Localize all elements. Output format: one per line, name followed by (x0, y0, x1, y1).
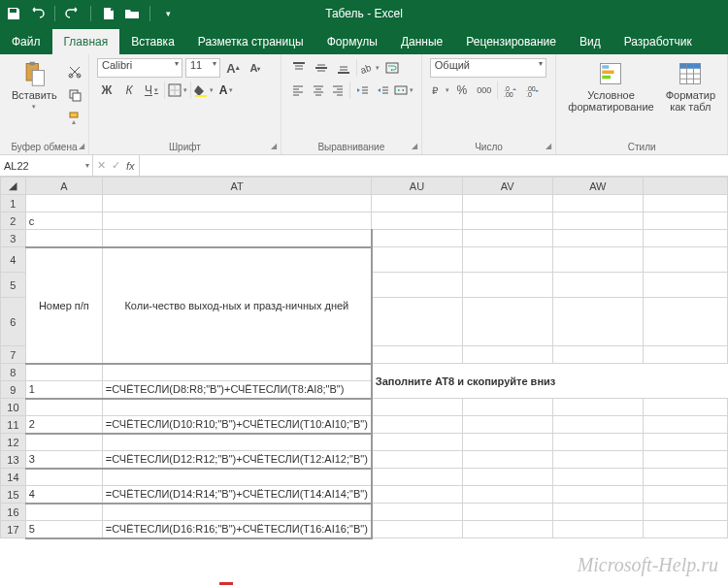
tab-review[interactable]: Рецензирование (454, 29, 568, 54)
formula-bar[interactable] (140, 155, 728, 176)
decrease-indent-icon[interactable] (353, 81, 371, 100)
cell[interactable]: 4 (25, 486, 102, 504)
decrease-font-icon[interactable]: A▾ (246, 58, 265, 78)
format-painter-icon[interactable] (65, 109, 84, 128)
cell[interactable]: =СЧЁТЕСЛИ(D16:R16;"В")+СЧЁТЕСЛИ(T16:AI16… (102, 521, 371, 538)
launcher-icon[interactable]: ◢ (79, 142, 84, 150)
enter-formula-icon[interactable]: ✓ (112, 159, 120, 172)
font-color-icon[interactable]: A (216, 81, 236, 100)
col-header-AW[interactable]: AW (552, 178, 643, 195)
underline-button[interactable]: Ч (142, 81, 161, 100)
cell[interactable]: 5 (25, 521, 102, 538)
row-header[interactable]: 5 (1, 273, 26, 298)
cell[interactable]: 1 (25, 381, 102, 399)
col-header-AT[interactable]: AT (102, 178, 371, 195)
row-header[interactable]: 10 (1, 399, 26, 416)
percent-icon[interactable]: % (452, 81, 472, 100)
increase-indent-icon[interactable] (374, 81, 391, 100)
tab-view[interactable]: Вид (568, 29, 612, 54)
font-name-select[interactable]: Calibri (97, 58, 182, 78)
format-as-table-button[interactable]: Форматир как табл (662, 58, 719, 114)
row-header[interactable]: 3 (1, 230, 26, 247)
tab-formulas[interactable]: Формулы (315, 29, 389, 54)
row-header[interactable]: 1 (1, 195, 26, 212)
row-header[interactable]: 15 (1, 486, 26, 504)
launcher-icon[interactable]: ◢ (546, 142, 551, 150)
align-middle-icon[interactable] (312, 58, 331, 78)
redo-icon[interactable] (65, 6, 81, 21)
svg-rect-7 (70, 113, 78, 117)
paste-button[interactable]: Вставить ▾ (8, 58, 61, 113)
cell[interactable]: =СЧЁТЕСЛИ(D12:R12;"В")+СЧЁТЕСЛИ(T12:AI12… (102, 451, 371, 469)
increase-decimal-icon[interactable]: .0.00 (501, 81, 520, 100)
bold-button[interactable]: Ж (97, 81, 116, 100)
row-header[interactable]: 17 (1, 521, 26, 538)
cancel-formula-icon[interactable]: ✕ (97, 159, 106, 172)
italic-button[interactable]: К (119, 81, 139, 100)
row-header[interactable]: 7 (1, 346, 26, 364)
cell[interactable]: =СЧЁТЕСЛИ(D8:R8;"В")+СЧЁТЕСЛИ(T8:AI8;"В"… (102, 381, 371, 399)
tab-file[interactable]: Файл (0, 29, 52, 54)
window-title: Табель - Excel (325, 7, 403, 20)
col-header-AU[interactable]: AU (372, 178, 462, 195)
cell[interactable]: 3 (25, 451, 102, 469)
group-number-label: Число◢ (430, 140, 548, 152)
launcher-icon[interactable]: ◢ (412, 142, 417, 150)
row-header[interactable]: 4 (1, 247, 26, 273)
row-header[interactable]: 14 (1, 469, 26, 486)
cell[interactable]: =СЧЁТЕСЛИ(D10:R10;"В")+СЧЁТЕСЛИ(T10:AI10… (102, 416, 371, 434)
svg-rect-52 (680, 64, 701, 69)
row-header[interactable]: 12 (1, 434, 26, 451)
borders-icon[interactable] (168, 81, 187, 100)
align-center-icon[interactable] (310, 81, 327, 100)
col-header-next[interactable] (643, 178, 727, 195)
tab-home[interactable]: Главная (52, 29, 120, 54)
decrease-decimal-icon[interactable]: .00.0 (523, 81, 543, 100)
open-icon[interactable] (124, 6, 140, 21)
row-header[interactable]: 16 (1, 504, 26, 521)
number-format-select[interactable]: Общий (430, 58, 546, 78)
worksheet-grid[interactable]: ◢ A AT AU AV AW 1 2с 3 4 Номер п/п Коли-… (0, 177, 728, 539)
new-icon[interactable] (101, 6, 116, 21)
align-top-icon[interactable] (289, 58, 309, 78)
col-header-AV[interactable]: AV (462, 178, 552, 195)
currency-icon[interactable]: ₽ (430, 81, 449, 100)
cell[interactable]: с (25, 212, 102, 230)
tab-data[interactable]: Данные (389, 29, 454, 54)
tab-layout[interactable]: Разметка страницы (186, 29, 315, 54)
launcher-icon[interactable]: ◢ (271, 142, 277, 150)
save-icon[interactable] (6, 6, 21, 21)
select-all-corner[interactable]: ◢ (1, 178, 26, 195)
row-header[interactable]: 11 (1, 416, 26, 434)
row-header[interactable]: 13 (1, 451, 26, 469)
merge-cells-icon[interactable] (394, 81, 414, 100)
tab-insert[interactable]: Вставка (119, 29, 186, 54)
cell[interactable]: Коли-чество выход-ных и празд-ничных дне… (102, 247, 371, 364)
name-box[interactable]: ▾ (0, 155, 93, 176)
align-left-icon[interactable] (289, 81, 307, 100)
increase-font-icon[interactable]: A▴ (223, 58, 243, 78)
conditional-formatting-button[interactable]: Условное форматирование (564, 58, 657, 114)
fill-color-icon[interactable] (194, 81, 214, 100)
cell[interactable]: =СЧЁТЕСЛИ(D14:R14;"В")+СЧЁТЕСЛИ(T14:AI14… (102, 486, 371, 504)
cell[interactable]: 2 (25, 416, 102, 434)
align-right-icon[interactable] (329, 81, 347, 100)
orientation-icon[interactable]: ab (360, 58, 380, 78)
row-header[interactable]: 2 (1, 212, 26, 230)
tab-developer[interactable]: Разработчик (612, 29, 704, 54)
row-header[interactable]: 9 (1, 381, 26, 399)
qat-customize-icon[interactable]: ▾ (160, 6, 176, 21)
name-box-input[interactable] (0, 160, 92, 172)
cell[interactable]: Номер п/п (25, 247, 102, 364)
fx-icon[interactable]: fx (126, 160, 135, 172)
font-size-select[interactable]: 11 (185, 58, 220, 78)
cut-icon[interactable] (65, 62, 84, 81)
row-header[interactable]: 8 (1, 364, 26, 381)
comma-style-icon[interactable]: 000 (475, 81, 494, 100)
undo-icon[interactable] (29, 6, 45, 21)
wrap-text-icon[interactable] (382, 58, 402, 78)
copy-icon[interactable] (65, 85, 84, 105)
row-header[interactable]: 6 (1, 298, 26, 346)
col-header-A[interactable]: A (25, 178, 102, 195)
align-bottom-icon[interactable] (334, 58, 353, 78)
